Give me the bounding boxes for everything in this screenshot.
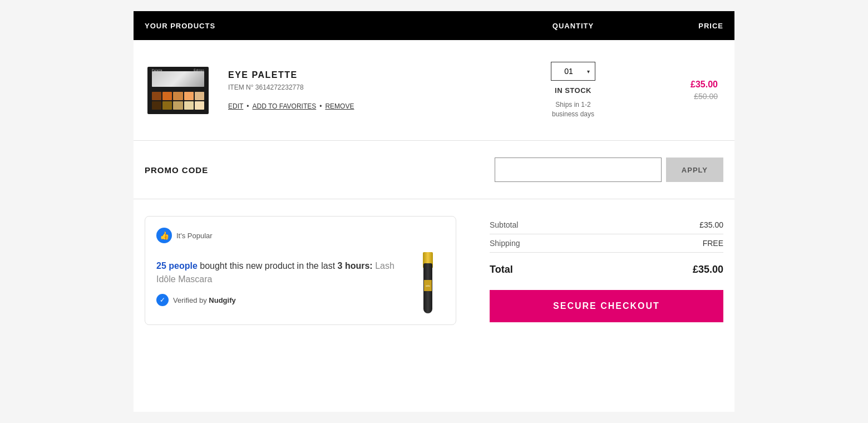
shipping-label: Shipping <box>490 239 520 248</box>
price-column: £35.00 £50.00 <box>634 80 723 101</box>
nudgify-text-block: 25 people bought this new product in the… <box>156 259 402 306</box>
header-price-label: PRICE <box>634 22 723 30</box>
nudgify-verified: ✓ Verified by Nudgify <box>156 294 402 306</box>
purchase-count: 25 <box>156 261 166 270</box>
product-info: EYE PALETTE ITEM N° 3614272232778 EDIT •… <box>211 70 512 110</box>
palette-color-grid <box>152 92 204 110</box>
promo-label: PROMO CODE <box>145 165 208 175</box>
subtotal-value: £35.00 <box>699 220 723 229</box>
verified-by-text: Verified by Nudgify <box>173 296 236 304</box>
eye-palette-image: Palette Édition <box>147 67 209 114</box>
subtotal-line: Subtotal £35.00 <box>490 216 723 234</box>
promo-apply-button[interactable]: APPLY <box>666 158 723 182</box>
ships-info: Ships in 1-2business days <box>552 100 594 119</box>
product-image: Palette Édition <box>145 57 211 124</box>
palette-mirror <box>152 71 204 87</box>
nudgify-main-text: 25 people bought this new product in the… <box>156 259 402 286</box>
nudgify-hours-value: 3 hours: <box>338 261 373 270</box>
secure-checkout-button[interactable]: SECURE CHECKOUT <box>490 290 723 322</box>
promo-section: PROMO CODE APPLY <box>134 141 734 199</box>
product-item-number: ITEM N° 3614272232778 <box>228 83 512 91</box>
nudgify-middle-text: bought this new product in the last <box>200 261 335 270</box>
total-line: Total £35.00 <box>490 257 723 280</box>
subtotal-label: Subtotal <box>490 220 518 229</box>
product-row: Palette Édition <box>134 40 734 141</box>
edit-link[interactable]: EDIT <box>228 102 243 110</box>
purchase-count-suffix: people <box>166 261 198 270</box>
total-label: Total <box>490 264 513 276</box>
mascara-tube: idôle <box>423 263 432 313</box>
verified-check-icon: ✓ <box>156 294 169 306</box>
quantity-select-wrap[interactable]: 01 02 03 04 05 ▾ <box>551 62 595 81</box>
dot-separator-1: • <box>246 102 249 110</box>
add-to-favorites-link[interactable]: ADD TO FAVORITES <box>253 102 317 110</box>
popular-label: It's Popular <box>176 232 213 240</box>
order-summary: Subtotal £35.00 Shipping FREE Total £35.… <box>490 216 723 325</box>
quantity-column: 01 02 03 04 05 ▾ IN STOCK Ships in 1-2bu… <box>512 62 634 119</box>
product-actions: EDIT • ADD TO FAVORITES • REMOVE <box>228 102 512 110</box>
quantity-select[interactable]: 01 02 03 04 05 <box>551 62 595 81</box>
thumbs-up-icon: 👍 <box>156 228 172 243</box>
nudgify-widget: 👍 It's Popular 25 people bought this new… <box>145 216 456 325</box>
stock-status: IN STOCK <box>555 86 591 95</box>
shipping-value: FREE <box>703 239 723 248</box>
mascara-product-image: idôle <box>411 252 445 313</box>
promo-input-wrap: APPLY <box>495 158 723 182</box>
shipping-line: Shipping FREE <box>490 234 723 253</box>
dot-separator-2: • <box>319 102 322 110</box>
nudgify-popular: 👍 It's Popular <box>156 228 445 243</box>
total-value: £35.00 <box>693 264 723 276</box>
nudgify-content: 25 people bought this new product in the… <box>156 252 445 313</box>
cart-header: YOUR PRODUCTS QUANTITY PRICE <box>134 11 734 40</box>
promo-code-input[interactable] <box>495 158 662 182</box>
product-name: EYE PALETTE <box>228 70 512 80</box>
bottom-section: 👍 It's Popular 25 people bought this new… <box>134 199 734 342</box>
header-products-label: YOUR PRODUCTS <box>145 22 512 30</box>
remove-link[interactable]: REMOVE <box>325 102 354 110</box>
header-quantity-label: QUANTITY <box>512 22 634 30</box>
price-current: £35.00 <box>634 80 718 90</box>
price-original: £50.00 <box>634 92 718 101</box>
